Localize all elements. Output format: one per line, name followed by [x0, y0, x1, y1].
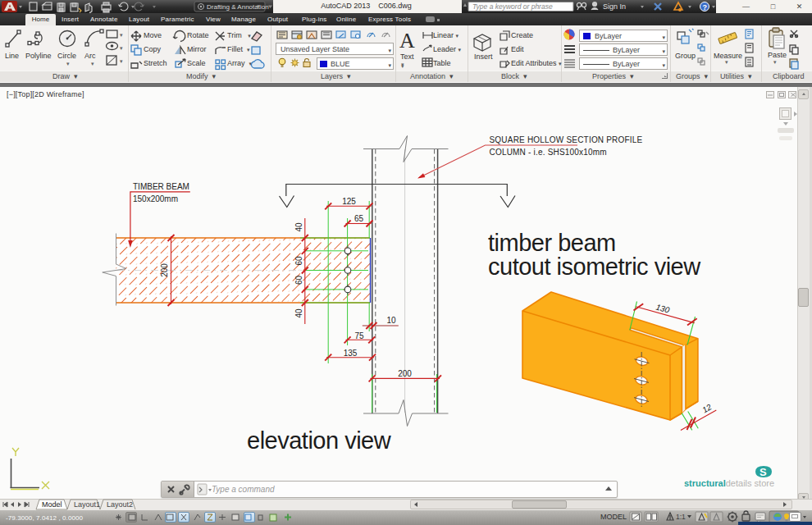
svg-text:elevation view: elevation view: [247, 427, 392, 454]
svg-text:timber beam: timber beam: [488, 230, 616, 256]
svg-text:COLUMN - i.e. SHS100x10mm: COLUMN - i.e. SHS100x10mm: [490, 148, 607, 157]
svg-text:Layout2: Layout2: [107, 500, 133, 509]
svg-text:75: 75: [354, 331, 364, 340]
svg-text:S: S: [760, 466, 767, 478]
svg-text:1:1: 1:1: [676, 513, 686, 521]
svg-text:150x200mm: 150x200mm: [133, 194, 178, 203]
svg-text:40: 40: [294, 308, 303, 318]
svg-text:200: 200: [160, 263, 169, 277]
svg-text:SQUARE HOLLOW SECTION PROFILE: SQUARE HOLLOW SECTION PROFILE: [490, 135, 643, 144]
svg-text:60: 60: [294, 256, 303, 266]
svg-text:65: 65: [354, 214, 364, 223]
svg-text:200: 200: [398, 369, 412, 378]
svg-text:135: 135: [344, 349, 358, 358]
svg-text:MODEL: MODEL: [600, 513, 627, 521]
svg-text:cutout isometric view: cutout isometric view: [488, 253, 701, 280]
svg-text:Layout1: Layout1: [74, 500, 100, 509]
svg-text:40: 40: [294, 222, 303, 232]
svg-text:Model: Model: [42, 500, 62, 509]
svg-text:125: 125: [342, 197, 356, 206]
svg-text:TIMBER BEAM: TIMBER BEAM: [133, 182, 189, 191]
svg-text:10: 10: [386, 316, 396, 325]
svg-text:60: 60: [294, 276, 303, 285]
